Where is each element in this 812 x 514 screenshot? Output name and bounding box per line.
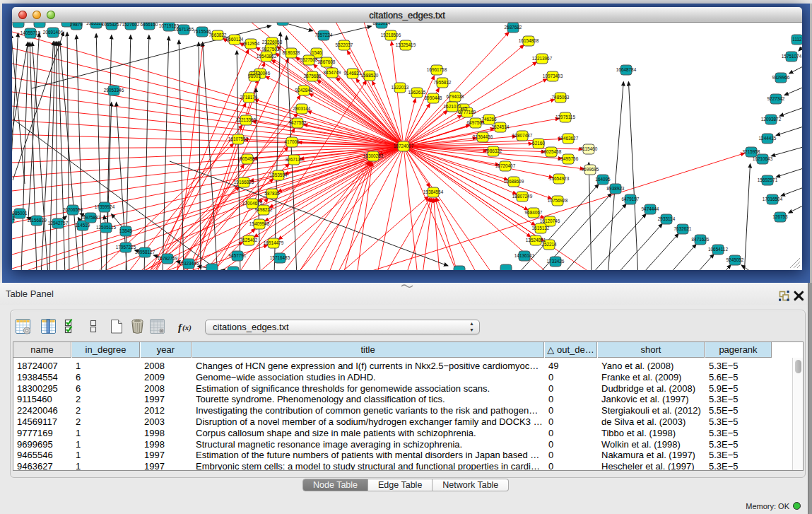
svg-text:6479197: 6479197 bbox=[622, 197, 640, 201]
svg-text:985001: 985001 bbox=[12, 211, 28, 216]
svg-text:26206556: 26206556 bbox=[63, 207, 83, 212]
svg-text:13654923: 13654923 bbox=[549, 176, 570, 181]
svg-text:3624514: 3624514 bbox=[492, 124, 510, 129]
svg-text:252214: 252214 bbox=[541, 242, 557, 247]
svg-text:8186328: 8186328 bbox=[283, 50, 300, 55]
svg-text:19054985: 19054985 bbox=[237, 156, 258, 161]
svg-text:8471626: 8471626 bbox=[692, 237, 710, 242]
svg-text:10756928: 10756928 bbox=[548, 198, 568, 203]
svg-text:9242848: 9242848 bbox=[295, 88, 313, 93]
svg-text:19463627: 19463627 bbox=[558, 136, 579, 141]
svg-text:16961758: 16961758 bbox=[427, 67, 447, 72]
svg-text:23495756: 23495756 bbox=[558, 156, 579, 161]
svg-text:9329966: 9329966 bbox=[772, 75, 790, 80]
svg-text:16154808: 16154808 bbox=[519, 38, 539, 43]
svg-text:12093872: 12093872 bbox=[761, 117, 782, 122]
svg-text:9115460: 9115460 bbox=[580, 146, 598, 151]
svg-text:2687682: 2687682 bbox=[505, 25, 522, 30]
svg-text:7625402: 7625402 bbox=[240, 238, 258, 243]
svg-text:114519: 114519 bbox=[76, 223, 90, 228]
svg-text:9146821: 9146821 bbox=[344, 71, 362, 76]
svg-text:1621072: 1621072 bbox=[444, 104, 461, 109]
svg-text:10688609: 10688609 bbox=[504, 179, 524, 184]
svg-text:7663822: 7663822 bbox=[209, 33, 227, 37]
svg-text:17004675: 17004675 bbox=[242, 201, 263, 206]
svg-text:3215958: 3215958 bbox=[743, 149, 760, 154]
svg-text:7357224: 7357224 bbox=[315, 33, 333, 37]
svg-text:13325419: 13325419 bbox=[396, 42, 416, 47]
svg-text:1546: 1546 bbox=[312, 50, 322, 55]
svg-text:(x): (x) bbox=[182, 323, 192, 332]
svg-text:21364436: 21364436 bbox=[473, 134, 493, 139]
svg-text:1733426: 1733426 bbox=[547, 259, 565, 264]
svg-text:1244415: 1244415 bbox=[759, 136, 777, 141]
svg-text:18724007: 18724007 bbox=[394, 144, 414, 148]
svg-text:17016504: 17016504 bbox=[763, 197, 783, 201]
svg-text:2933114: 2933114 bbox=[658, 216, 676, 221]
svg-text:10654112: 10654112 bbox=[708, 247, 728, 252]
svg-text:8938923: 8938923 bbox=[607, 186, 625, 191]
svg-text:17359924: 17359924 bbox=[95, 204, 115, 209]
svg-text:19166825: 19166825 bbox=[234, 180, 254, 185]
svg-text:15720407: 15720407 bbox=[495, 163, 516, 168]
svg-text:12505115: 12505115 bbox=[96, 225, 116, 230]
svg-text:29879: 29879 bbox=[70, 23, 83, 27]
svg-text:16782759: 16782759 bbox=[158, 256, 178, 261]
svg-text:12975115: 12975115 bbox=[555, 115, 575, 119]
svg-text:164095: 164095 bbox=[595, 177, 611, 182]
svg-text:15751074: 15751074 bbox=[782, 54, 802, 59]
svg-text:15692971: 15692971 bbox=[758, 177, 778, 182]
svg-text:12323446: 12323446 bbox=[179, 261, 199, 266]
svg-text:10973493: 10973493 bbox=[543, 74, 563, 78]
svg-text:18807249: 18807249 bbox=[512, 194, 533, 199]
svg-text:10975887: 10975887 bbox=[81, 215, 101, 220]
svg-text:417006: 417006 bbox=[284, 139, 300, 144]
svg-text:2803144: 2803144 bbox=[293, 106, 311, 111]
svg-text:9827503: 9827503 bbox=[262, 47, 280, 52]
svg-text:6794028: 6794028 bbox=[447, 94, 464, 99]
svg-text:7632621: 7632621 bbox=[674, 226, 692, 231]
svg-text:16648784: 16648784 bbox=[616, 67, 637, 72]
svg-text:3912954: 3912954 bbox=[242, 41, 260, 46]
svg-text:9245052: 9245052 bbox=[726, 257, 744, 262]
svg-text:8813014: 8813014 bbox=[373, 23, 391, 25]
svg-text:10958127: 10958127 bbox=[135, 250, 155, 255]
svg-text:9227342: 9227342 bbox=[767, 96, 785, 101]
svg-text:14136141: 14136141 bbox=[514, 253, 535, 258]
svg-text:29053346: 29053346 bbox=[104, 88, 124, 93]
svg-text:9777169: 9777169 bbox=[459, 110, 476, 115]
svg-text:6497568: 6497568 bbox=[467, 120, 485, 125]
svg-text:17957225: 17957225 bbox=[116, 245, 136, 250]
svg-text:7986322: 7986322 bbox=[485, 148, 502, 153]
svg-text:13845: 13845 bbox=[119, 228, 132, 233]
svg-text:1362615: 1362615 bbox=[408, 90, 426, 95]
svg-text:20691406: 20691406 bbox=[43, 30, 64, 35]
svg-text:15716485: 15716485 bbox=[270, 255, 290, 260]
svg-text:8454749: 8454749 bbox=[324, 70, 341, 75]
svg-text:15409948: 15409948 bbox=[249, 221, 270, 226]
svg-text:9427552: 9427552 bbox=[289, 120, 307, 125]
svg-text:16107553: 16107553 bbox=[228, 136, 249, 141]
svg-text:23226058: 23226058 bbox=[262, 40, 283, 45]
svg-text:7485063: 7485063 bbox=[552, 95, 570, 100]
svg-text:10543862: 10543862 bbox=[257, 54, 277, 59]
svg-text:1527602: 1527602 bbox=[122, 23, 140, 27]
svg-text:11156829: 11156829 bbox=[27, 218, 47, 223]
svg-text:5322037: 5322037 bbox=[336, 42, 353, 47]
svg-text:7955812: 7955812 bbox=[434, 80, 452, 85]
svg-text:16914479: 16914479 bbox=[264, 240, 284, 245]
svg-text:16120746: 16120746 bbox=[540, 218, 560, 223]
svg-text:16671355: 16671355 bbox=[174, 27, 194, 32]
svg-text:10653257: 10653257 bbox=[102, 23, 122, 27]
svg-text:8660124: 8660124 bbox=[226, 37, 244, 42]
svg-text:16210643: 16210643 bbox=[753, 156, 773, 161]
svg-text:9699695: 9699695 bbox=[582, 167, 599, 172]
svg-text:9684067: 9684067 bbox=[525, 210, 543, 215]
svg-text:19218506: 19218506 bbox=[381, 33, 401, 37]
svg-text:1353594: 1353594 bbox=[270, 173, 288, 177]
svg-text:2718176: 2718176 bbox=[240, 95, 258, 100]
svg-text:126753: 126753 bbox=[772, 214, 788, 219]
svg-text:3267130: 3267130 bbox=[286, 157, 303, 162]
svg-text:3875685: 3875685 bbox=[304, 74, 322, 78]
svg-text:587835: 587835 bbox=[264, 191, 280, 196]
